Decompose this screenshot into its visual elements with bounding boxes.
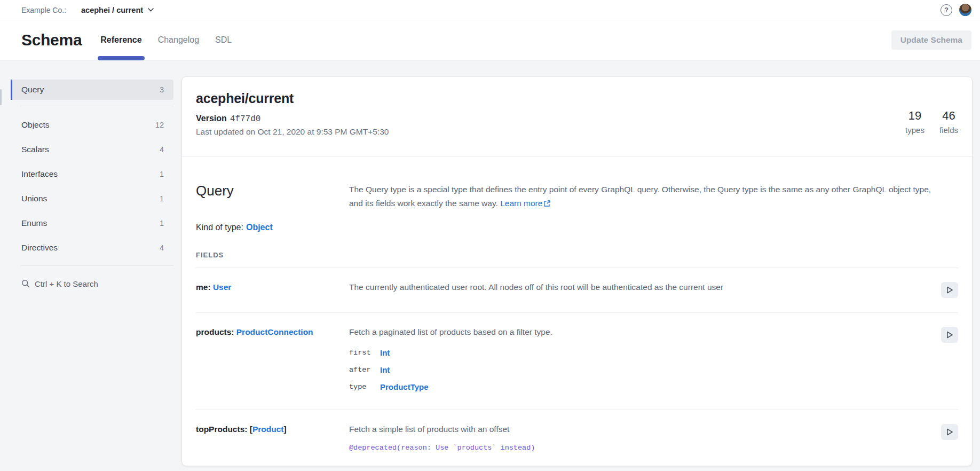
field-name: products: ProductConnection [196, 327, 349, 395]
user-avatar[interactable] [959, 4, 971, 16]
field-details: The currently authenticated user root. A… [349, 282, 928, 298]
arg-row: afterInt [349, 361, 928, 378]
search-icon [21, 279, 30, 288]
sidebar-scrollbar[interactable] [0, 89, 2, 105]
arg-name: type [349, 383, 380, 391]
field-name-label: me: [196, 282, 213, 292]
schema-sidebar: Query3Objects12Scalars4Interfaces1Unions… [0, 60, 182, 470]
graph-selector-label: acephei / current [81, 6, 143, 14]
arg-type-link[interactable]: Int [380, 365, 390, 374]
sidebar-search[interactable]: Ctrl + K to Search [11, 271, 173, 296]
version-hash: 4f77d0 [230, 114, 261, 124]
field-details: Fetch a simple list of products with an … [349, 424, 928, 466]
arg-type-link[interactable]: ProductType [380, 382, 429, 391]
sidebar-item-count: 12 [155, 121, 164, 129]
type-section-header: Query The Query type is a special type t… [196, 156, 958, 210]
field-description: Fetch a paginated list of products based… [349, 327, 928, 337]
version-label: Version [196, 114, 227, 123]
stat-fields-label: fields [939, 125, 958, 135]
sidebar-item-label: Unions [21, 194, 47, 203]
arg-row: firstInt [349, 344, 928, 361]
run-in-explorer-button[interactable] [941, 282, 958, 298]
sidebar-item-label: Interfaces [21, 169, 58, 179]
help-icon[interactable]: ? [941, 4, 952, 16]
sidebar-item-enums[interactable]: Enums1 [11, 211, 173, 236]
schema-reference-card: acephei/current Version4f77d0 Last updat… [182, 77, 972, 466]
arg-name: first [349, 466, 380, 466]
content-area: Query3Objects12Scalars4Interfaces1Unions… [0, 60, 980, 470]
tab-bar: Reference Changelog SDL [99, 20, 233, 60]
top-bar: Example Co.: acephei / current ? [0, 0, 980, 20]
sidebar-item-objects[interactable]: Objects12 [11, 113, 173, 137]
learn-more-label: Learn more [500, 199, 542, 208]
sidebar-item-count: 3 [160, 85, 164, 94]
sidebar-item-directives[interactable]: Directives4 [11, 236, 173, 260]
field-type-link[interactable]: User [213, 282, 231, 292]
org-label: Example Co.: [21, 6, 66, 14]
arg-type-link[interactable]: Int [380, 348, 390, 357]
stat-types-label: types [905, 125, 924, 135]
tab-changelog[interactable]: Changelog [157, 20, 200, 60]
sidebar-item-interfaces[interactable]: Interfaces1 [11, 162, 173, 186]
sidebar-item-count: 4 [160, 145, 164, 154]
sidebar-list: Query3Objects12Scalars4Interfaces1Unions… [11, 80, 173, 260]
field-name-label: topProducts: [ [196, 425, 252, 434]
sidebar-item-label: Objects [21, 120, 50, 130]
sidebar-item-label: Directives [21, 243, 58, 253]
learn-more-link[interactable]: Learn more [500, 199, 550, 208]
field-details: Fetch a paginated list of products based… [349, 327, 928, 395]
update-schema-button[interactable]: Update Schema [891, 30, 971, 50]
stat-fields-value: 46 [942, 109, 955, 123]
field-row-productconnection: products: ProductConnectionFetch a pagin… [196, 313, 958, 410]
field-type-link[interactable]: Product [252, 425, 284, 434]
tab-reference[interactable]: Reference [99, 20, 143, 60]
external-link-icon [544, 200, 550, 207]
sidebar-item-query[interactable]: Query3 [11, 80, 173, 100]
field-args: firstIntafterInttypeProductType [349, 344, 928, 395]
sidebar-item-label: Query [21, 85, 44, 95]
graph-selector-dropdown[interactable]: acephei / current [81, 6, 154, 14]
play-icon [946, 428, 953, 436]
kind-label: Kind of type: [196, 223, 243, 232]
field-description: The currently authenticated user root. A… [349, 282, 928, 293]
arg-row: firstInt [349, 461, 928, 466]
sidebar-item-count: 1 [160, 219, 164, 227]
arg-name: after [349, 366, 380, 374]
play-icon [946, 286, 953, 294]
run-in-explorer-button[interactable] [941, 424, 958, 440]
sidebar-item-count: 1 [160, 170, 164, 178]
field-type-link[interactable]: ProductConnection [236, 327, 313, 336]
graph-summary-header: acephei/current Version4f77d0 Last updat… [182, 77, 972, 156]
field-name-suffix: ] [283, 425, 286, 434]
last-updated: Last updated on Oct 21, 2020 at 9:53 PM … [196, 127, 958, 137]
run-in-explorer-button[interactable] [941, 327, 958, 343]
field-name-label: products: [196, 327, 236, 336]
sidebar-divider [20, 265, 173, 266]
type-description-text: The Query type is a special type that de… [349, 185, 931, 208]
sidebar-item-scalars[interactable]: Scalars4 [11, 137, 173, 162]
field-description: Fetch a simple list of products with an … [349, 424, 928, 435]
stat-types: 19 types [905, 109, 924, 135]
fields-list: me: UserThe currently authenticated user… [196, 268, 958, 466]
sidebar-item-label: Enums [21, 218, 47, 228]
tab-sdl[interactable]: SDL [214, 20, 233, 60]
kind-value-link[interactable]: Object [246, 223, 273, 232]
arg-name: first [349, 349, 380, 357]
arg-type-link[interactable]: Int [380, 465, 390, 466]
play-icon [946, 331, 953, 339]
sidebar-item-count: 4 [160, 244, 164, 252]
deprecated-annotation: @deprecated(reason: Use `products` inste… [349, 442, 928, 454]
field-row-product: topProducts: [Product]Fetch a simple lis… [196, 410, 958, 466]
sidebar-item-label: Scalars [21, 145, 49, 154]
sidebar-item-unions[interactable]: Unions1 [11, 186, 173, 211]
search-hint: Ctrl + K to Search [35, 279, 98, 288]
stat-fields: 46 fields [939, 109, 958, 135]
version-row: Version4f77d0 [196, 114, 958, 124]
arg-row: typeProductType [349, 378, 928, 395]
page-title: Schema [21, 31, 82, 49]
kind-of-type-row: Kind of type:Object [196, 223, 958, 232]
sidebar-item-count: 1 [160, 194, 164, 203]
schema-stats: 19 types 46 fields [905, 109, 958, 135]
stat-types-value: 19 [908, 109, 921, 123]
field-row-user: me: UserThe currently authenticated user… [196, 268, 958, 313]
